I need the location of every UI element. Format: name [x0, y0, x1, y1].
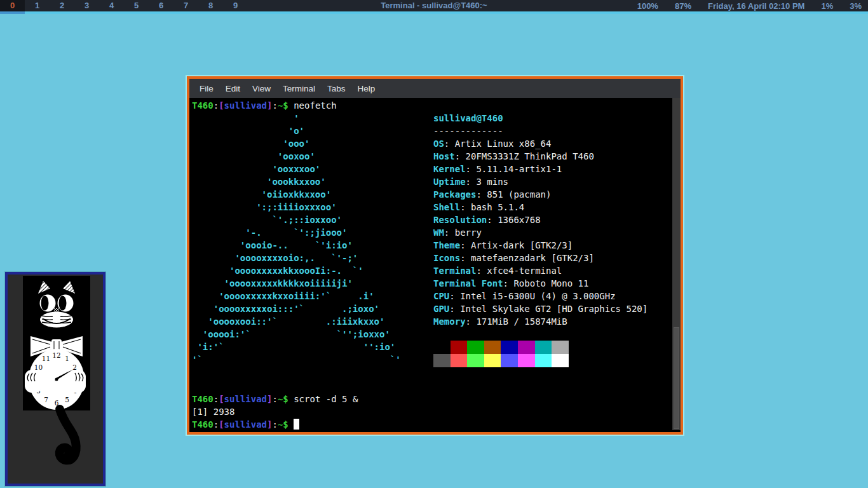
command-text: scrot -d 5 &	[294, 394, 358, 404]
terminal-window[interactable]: File Edit View Terminal Tabs Help T460:[…	[186, 75, 684, 436]
cat-clock-window[interactable]: 12 1 2 3 4 5 6 7 8 9 10 11	[5, 272, 105, 486]
entry-value: 171MiB / 15874MiB	[476, 316, 567, 327]
entry-value: 868x488	[498, 215, 540, 225]
palette-swatch	[484, 341, 501, 354]
svg-text:5: 5	[65, 396, 69, 403]
neofetch-entry: Shell: bash 5.1.4	[433, 201, 648, 214]
entry-label: Memory	[433, 316, 466, 327]
neofetch-entry: Packages: 851 (pacman)	[433, 188, 648, 201]
palette-swatch	[467, 354, 484, 367]
entry-value: 3 mins	[476, 177, 508, 187]
palette-swatch	[552, 341, 569, 354]
entry-value: Artix-dark [GTK2/3]	[471, 240, 573, 250]
entry-value: berry	[455, 227, 482, 238]
entry-label: Packages	[433, 189, 476, 200]
workspace-button-1[interactable]: 1	[25, 0, 50, 11]
prompt-bracket: [	[219, 100, 224, 111]
prompt-symbol: $	[283, 419, 288, 430]
prompt-user: sullivad	[224, 394, 267, 404]
blank-line	[192, 367, 681, 380]
palette-swatch	[451, 354, 468, 367]
neofetch-entry: CPU: Intel i5-6300U (4) @ 3.000GHz	[433, 290, 648, 302]
prompt-host: T460	[192, 394, 214, 404]
entry-label: WM	[433, 227, 444, 238]
menu-item-terminal[interactable]: Terminal	[283, 84, 315, 93]
entry-value: Intel Skylake GT2 [HD Graphics 520]	[460, 304, 648, 314]
workspace-button-2[interactable]: 2	[50, 0, 74, 11]
menu-item-file[interactable]: File	[200, 84, 214, 93]
entry-label: CPU	[433, 291, 449, 301]
palette-swatch	[484, 354, 501, 367]
entry-value: xfce4-terminal	[487, 266, 562, 276]
terminal-screen[interactable]: T460:[sullivad]:~$neofetch ' 'o' 'ooo' '…	[189, 98, 681, 430]
status-item: 1%	[821, 1, 833, 11]
entry-colon: :	[476, 266, 487, 276]
entry-label: Kernel	[433, 164, 466, 174]
neofetch-title: sullivad@T460	[433, 112, 648, 125]
workspace-button-3[interactable]: 3	[74, 0, 99, 11]
entry-label: Terminal	[433, 266, 476, 276]
menu-item-tabs[interactable]: Tabs	[327, 84, 346, 93]
prompt-separator: :	[272, 100, 277, 111]
entry-colon: :	[460, 240, 471, 250]
prompt-separator: :	[272, 394, 277, 404]
entry-value: Intel i5-6300U (4) @ 3.000GHz	[460, 291, 615, 301]
svg-text:12: 12	[52, 351, 60, 359]
entry-value: Artix Linux x86_64	[455, 139, 552, 149]
palette-swatch	[501, 341, 518, 354]
prompt-bracket: [	[219, 394, 224, 404]
workspace-button-9[interactable]: 9	[223, 0, 248, 11]
neofetch-entry: GPU: Intel Skylake GT2 [HD Graphics 520]	[433, 302, 648, 315]
svg-text:1: 1	[65, 355, 69, 362]
prompt-host: T460	[192, 419, 214, 430]
entry-colon: :	[503, 278, 514, 288]
palette-swatch	[518, 354, 535, 367]
status-item: 87%	[675, 1, 691, 11]
neofetch-entry: Uptime: 3 mins	[433, 175, 648, 188]
neofetch-output: ' 'o' 'ooo' 'ooxoo' 'ooxxxoo' 'oookkxxoo…	[192, 112, 681, 367]
terminal-scrollbar[interactable]	[672, 98, 681, 430]
entry-value: matefaenzadark [GTK2/3]	[471, 253, 594, 263]
active-workspace-indicator	[0, 11, 25, 14]
entry-colon: :	[460, 202, 471, 212]
entry-label: OS	[433, 139, 444, 149]
entry-colon: :	[466, 316, 477, 327]
neofetch-entry: WM: berry	[433, 226, 648, 239]
palette-row-normal	[433, 341, 648, 354]
entry-value: 20FMS3331Z ThinkPad T460	[466, 151, 594, 161]
neofetch-entry: Terminal: xfce4-terminal	[433, 264, 648, 277]
palette-swatch	[433, 354, 451, 367]
palette-swatch	[433, 341, 451, 354]
scrollbar-thumb[interactable]	[674, 327, 679, 429]
neofetch-info: sullivad@T460 ------------- OS: Artix Li…	[433, 112, 648, 367]
workspace-button-5[interactable]: 5	[124, 0, 149, 11]
menu-item-edit[interactable]: Edit	[226, 84, 240, 93]
desktop: { "top_bar": { "workspaces": ["0","1","2…	[0, 0, 868, 488]
prompt-line: T460:[sullivad]:~$	[192, 418, 681, 430]
entry-colon: :	[455, 151, 466, 161]
menu-item-view[interactable]: View	[252, 84, 271, 93]
kit-cat-clock-image: 12 1 2 3 4 5 6 7 8 9 10 11	[8, 274, 103, 484]
job-output-line: [1] 2938	[192, 405, 681, 418]
neofetch-underline: -------------	[433, 125, 648, 137]
entry-label: GPU	[433, 304, 449, 314]
prompt-separator: :	[214, 100, 219, 111]
workspace-button-7[interactable]: 7	[173, 0, 198, 11]
status-area: 100% 87% Friday, 16 April 02:10 PM 1% 3%	[637, 0, 862, 11]
workspace-button-8[interactable]: 8	[198, 0, 223, 11]
workspace-button-6[interactable]: 6	[149, 0, 173, 11]
entry-colon: :	[444, 227, 455, 238]
neofetch-entry: Icons: matefaenzadark [GTK2/3]	[433, 252, 648, 264]
entry-colon: :	[449, 304, 460, 314]
menu-item-help[interactable]: Help	[358, 84, 376, 93]
status-item: 100%	[637, 1, 658, 11]
entry-colon: :	[444, 139, 455, 149]
palette-swatch	[535, 354, 552, 367]
neofetch-entry: Host: 20FMS3331Z ThinkPad T460	[433, 150, 648, 163]
entry-label: Icons	[433, 253, 460, 263]
workspace-button-4[interactable]: 4	[99, 0, 124, 11]
terminal-cursor	[294, 419, 299, 430]
palette-row-bright	[433, 354, 648, 367]
workspace-button-0[interactable]: 0	[0, 0, 25, 11]
blank-line	[192, 380, 681, 393]
